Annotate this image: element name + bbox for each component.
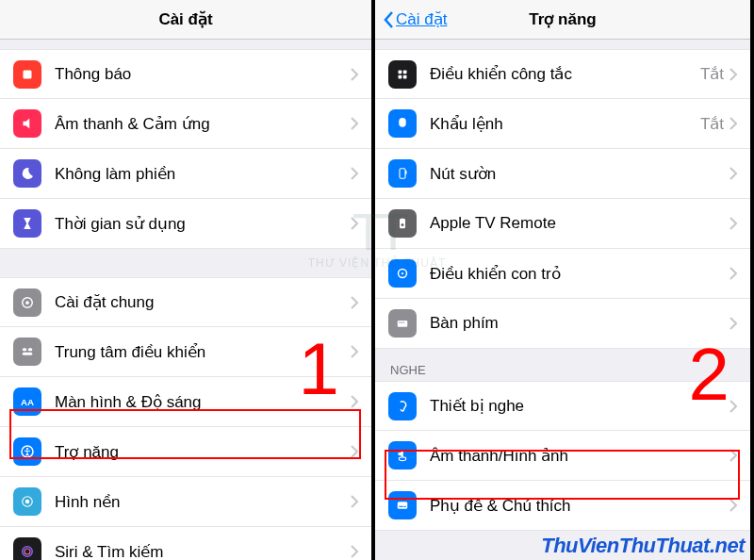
svg-rect-3 xyxy=(23,348,27,351)
svg-rect-4 xyxy=(28,348,33,351)
chevron-right-icon xyxy=(729,68,737,81)
svg-text:AA: AA xyxy=(21,397,34,407)
row-audiovisual[interactable]: Âm thanh/Hình ảnh xyxy=(375,431,750,481)
chevron-right-icon xyxy=(351,395,358,408)
row-notifications[interactable]: Thông báo xyxy=(0,49,371,99)
row-label: Bàn phím xyxy=(430,314,729,333)
chevron-right-icon xyxy=(351,545,358,558)
row-label: Không làm phiền xyxy=(55,164,351,184)
row-label: Điều khiển công tắc xyxy=(430,64,700,84)
row-pointer[interactable]: Điều khiển con trỏ xyxy=(375,249,750,299)
chevron-left-icon xyxy=(383,10,394,29)
svg-rect-25 xyxy=(402,322,403,323)
chevron-right-icon xyxy=(351,167,358,180)
notification-icon xyxy=(13,60,41,89)
row-control-center[interactable]: Trung tâm điều khiển xyxy=(0,327,371,377)
svg-rect-24 xyxy=(399,322,401,323)
row-label: Âm thanh/Hình ảnh xyxy=(430,446,729,466)
row-label: Siri & Tìm kiếm xyxy=(55,542,351,561)
settings-group-2: Cài đặt chung Trung tâm điều khiển AA Mà… xyxy=(0,277,371,560)
apple-tv-icon xyxy=(388,209,417,238)
row-label: Trung tâm điều khiển xyxy=(55,342,351,362)
row-label: Màn hình & Độ sáng xyxy=(55,392,351,412)
row-subtitles[interactable]: Phụ đề & Chú thích xyxy=(375,481,750,531)
siri-icon xyxy=(13,537,41,560)
accessibility-group-1: Điều khiển công tắc Tắt Khẩu lệnh Tắt Nú… xyxy=(375,49,750,349)
row-dnd[interactable]: Không làm phiền xyxy=(0,149,371,199)
svg-point-12 xyxy=(25,549,30,554)
chevron-right-icon xyxy=(351,345,358,358)
svg-rect-14 xyxy=(403,70,407,74)
audiovisual-icon xyxy=(388,441,417,469)
chevron-right-icon xyxy=(729,499,737,512)
header: Cài đặt Trợ năng xyxy=(375,0,750,40)
chevron-right-icon xyxy=(729,167,737,180)
accessibility-icon xyxy=(13,437,41,466)
section-label-hearing: NGHE xyxy=(375,349,750,381)
row-switch-control[interactable]: Điều khiển công tắc Tắt xyxy=(375,49,750,99)
row-wallpaper[interactable]: Hình nền xyxy=(0,477,371,527)
row-sound[interactable]: Âm thanh & Cảm ứng xyxy=(0,99,371,149)
accessibility-group-hearing: Thiết bị nghe Âm thanh/Hình ảnh Phụ đề &… xyxy=(375,381,750,531)
row-label: Thiết bị nghe xyxy=(430,396,729,416)
chevron-right-icon xyxy=(729,449,737,462)
chevron-right-icon xyxy=(351,217,358,230)
svg-point-22 xyxy=(402,272,403,274)
row-label: Âm thanh & Cảm ứng xyxy=(55,114,351,134)
chevron-right-icon xyxy=(729,400,737,413)
row-display[interactable]: AA Màn hình & Độ sáng xyxy=(0,377,371,427)
svg-rect-16 xyxy=(403,74,407,78)
chevron-right-icon xyxy=(351,68,358,81)
row-hearing-devices[interactable]: Thiết bị nghe xyxy=(375,381,750,431)
svg-rect-29 xyxy=(399,506,403,507)
side-button-icon xyxy=(388,159,417,188)
row-label: Thông báo xyxy=(55,65,351,84)
chevron-right-icon xyxy=(729,217,737,230)
svg-rect-17 xyxy=(400,169,405,179)
keyboard-icon xyxy=(388,309,417,338)
gear-icon xyxy=(13,288,41,317)
watermark-text: ThuVienThuThuat.net xyxy=(541,534,745,558)
row-label: Điều khiển con trỏ xyxy=(430,264,729,284)
svg-point-27 xyxy=(399,457,406,461)
chevron-right-icon xyxy=(729,117,737,130)
svg-rect-15 xyxy=(399,74,402,78)
page-title: Trợ năng xyxy=(529,9,596,29)
row-value: Tắt xyxy=(700,114,724,134)
row-label: Thời gian sử dụng xyxy=(55,214,351,234)
svg-point-2 xyxy=(25,301,29,305)
row-label: Nút sườn xyxy=(430,164,729,184)
row-apple-tv[interactable]: Apple TV Remote xyxy=(375,199,750,249)
row-side-button[interactable]: Nút sườn xyxy=(375,149,750,199)
row-accessibility[interactable]: Trợ năng xyxy=(0,427,371,477)
row-general[interactable]: Cài đặt chung xyxy=(0,277,371,327)
row-siri[interactable]: Siri & Tìm kiếm xyxy=(0,527,371,560)
svg-rect-23 xyxy=(398,321,408,327)
svg-rect-0 xyxy=(24,70,32,78)
switch-control-icon xyxy=(388,60,417,89)
subtitle-icon xyxy=(388,491,417,519)
svg-point-11 xyxy=(23,547,33,557)
row-screentime[interactable]: Thời gian sử dụng xyxy=(0,199,371,249)
svg-point-20 xyxy=(402,223,404,226)
moon-icon xyxy=(13,159,41,188)
chevron-right-icon xyxy=(351,117,358,130)
svg-rect-13 xyxy=(399,70,402,74)
svg-rect-5 xyxy=(23,353,33,355)
accessibility-screen: Cài đặt Trợ năng Điều khiển công tắc Tắt… xyxy=(375,0,750,560)
svg-point-8 xyxy=(26,448,28,450)
row-value: Tắt xyxy=(700,64,724,84)
back-button[interactable]: Cài đặt xyxy=(383,9,447,29)
svg-rect-26 xyxy=(403,322,405,323)
svg-rect-28 xyxy=(398,502,408,509)
row-voice-control[interactable]: Khẩu lệnh Tắt xyxy=(375,99,750,149)
back-label: Cài đặt xyxy=(396,9,447,29)
chevron-right-icon xyxy=(351,495,358,508)
row-label: Phụ đề & Chú thích xyxy=(430,496,729,516)
settings-screen: Cài đặt Thông báo Âm thanh & Cảm ứng Khô… xyxy=(0,0,375,560)
chevron-right-icon xyxy=(729,267,737,280)
row-label: Apple TV Remote xyxy=(430,214,729,233)
row-keyboard[interactable]: Bàn phím xyxy=(375,299,750,349)
row-label: Trợ năng xyxy=(55,442,351,462)
chevron-right-icon xyxy=(351,296,358,309)
